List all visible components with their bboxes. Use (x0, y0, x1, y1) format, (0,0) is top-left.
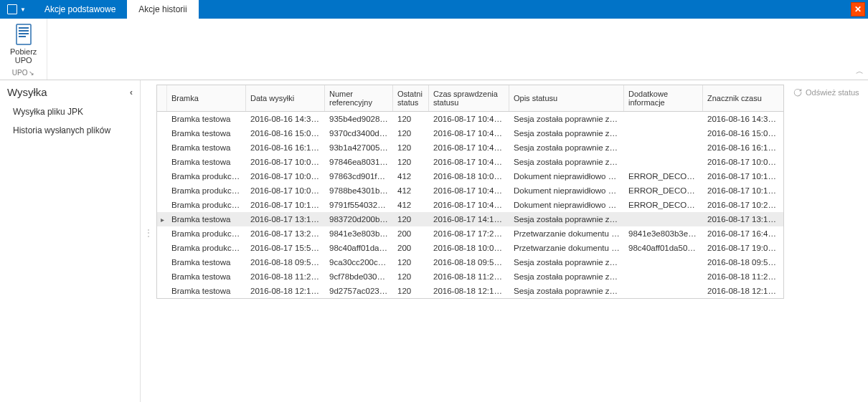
cell-dod: ERROR_DECOMPR... (624, 201, 703, 209)
ribbon-tab-bar: ▼ Akcje podstawowe Akcje historii ✕ (0, 0, 868, 19)
cell-status: 120 (393, 158, 429, 166)
cell-numer: 97846ea80318... (325, 158, 393, 166)
cell-czasspr: 2016-08-17 10:47:00 (429, 129, 509, 138)
cell-bramka: Bramka testowa (167, 143, 246, 152)
cell-dod: 98c40aff01da508... (624, 244, 703, 252)
table-row[interactable]: Bramka testowa2016-08-18 12:16:309d2757a… (157, 284, 783, 298)
drag-handle-icon: ⋮ (144, 228, 153, 238)
quick-access-menu[interactable]: ▼ (0, 0, 33, 19)
cell-zn: 2016-08-18 12:16:58 (703, 287, 783, 295)
cell-opis: Dokument nieprawidłowo zasz... (509, 186, 624, 195)
cell-zn: 2016-08-18 11:24:46 (703, 272, 783, 281)
table-row[interactable]: Bramka produkcyjna2016-08-17 15:50:0498c… (157, 241, 783, 255)
cell-status: 120 (393, 115, 429, 123)
download-upo-label: Pobierz UPO (10, 47, 37, 64)
cell-opis: Sesja została poprawnie zako... (509, 115, 624, 123)
cell-opis: Dokument nieprawidłowo zasz... (509, 172, 624, 181)
cell-zn: 2016-08-17 10:22:05 (703, 201, 783, 209)
table-row[interactable]: Bramka testowa2016-08-16 16:11:5593b1a42… (157, 140, 783, 155)
table-row[interactable]: Bramka testowa2016-08-16 15:01:129370cd3… (157, 126, 783, 140)
ribbon-tab-history-actions[interactable]: Akcje historii (127, 0, 198, 19)
cell-status: 120 (393, 287, 429, 295)
table-row[interactable]: Bramka testowa2016-08-18 09:52:319ca30cc… (157, 255, 783, 269)
chevron-left-icon: ‹ (130, 87, 133, 97)
cell-status: 412 (393, 201, 429, 209)
dialog-launcher-icon[interactable]: ↘ (29, 70, 34, 77)
column-header-data-wysylki[interactable]: Data wysyłki (246, 85, 325, 111)
row-indicator: ▸ (157, 216, 167, 224)
cell-opis: Sesja została poprawnie zako... (509, 258, 624, 267)
cell-numer: 9370cd3400da9... (325, 129, 393, 138)
grid-gutter-handle[interactable]: ⋮ (145, 85, 152, 238)
cell-zn: 2016-08-17 19:04:26 (703, 244, 783, 252)
column-header-bramka[interactable]: Bramka (167, 85, 246, 111)
content-area: ⋮ Bramka Data wysyłki Numer referencyjny… (141, 80, 868, 402)
refresh-status-button[interactable]: Odśwież status (788, 85, 864, 100)
cell-czasspr: 2016-08-18 10:01:47 (429, 244, 509, 252)
refresh-status-label: Odśwież status (806, 88, 859, 97)
cell-numer: 9788be4301b2... (325, 186, 393, 195)
cell-zn: 2016-08-17 16:49:27 (703, 229, 783, 238)
table-row[interactable]: Bramka produkcyjna2016-08-17 10:03:01978… (157, 169, 783, 183)
cell-data: 2016-08-16 16:11:55 (246, 143, 325, 152)
cell-data: 2016-08-17 10:05:41 (246, 186, 325, 195)
cell-data: 2016-08-16 14:37:38 (246, 115, 325, 123)
sidebar-title: Wysyłka (7, 86, 47, 98)
chevron-down-icon: ▼ (20, 6, 26, 13)
cell-czasspr: 2016-08-18 10:00:51 (429, 172, 509, 181)
sidebar-collapse-button[interactable]: ‹ (130, 87, 133, 97)
table-row[interactable]: Bramka testowa2016-08-18 11:23:569cf78bd… (157, 269, 783, 284)
chevron-up-icon: ︿ (856, 67, 864, 75)
cell-bramka: Bramka testowa (167, 258, 246, 267)
cell-zn: 2016-08-17 10:11:45 (703, 172, 783, 181)
column-header-opis-statusu[interactable]: Opis statusu (509, 85, 624, 111)
close-button[interactable]: ✕ (851, 2, 865, 16)
column-header-numer-ref[interactable]: Numer referencyjny (325, 85, 393, 111)
table-row[interactable]: Bramka produkcyjna2016-08-17 10:05:41978… (157, 183, 783, 198)
sidebar-item-history[interactable]: Historia wysłanych plików (0, 121, 140, 140)
table-row[interactable]: Bramka produkcyjna2016-08-17 10:15:45979… (157, 198, 783, 212)
cell-numer: 93b1a4270050... (325, 143, 393, 152)
refresh-icon (793, 87, 803, 97)
svg-rect-3 (19, 33, 29, 34)
cell-zn: 2016-08-17 10:11:45 (703, 186, 783, 195)
cell-zn: 2016-08-16 15:01:01 (703, 129, 783, 138)
download-upo-button[interactable]: Pobierz UPO (7, 21, 39, 66)
cell-numer: 9d2757ac023a2... (325, 287, 393, 295)
column-header-czas-sprawdzenia[interactable]: Czas sprawdzenia statusu (429, 85, 509, 111)
cell-numer: 983720d200bff... (325, 215, 393, 224)
column-header-dodatkowe[interactable]: Dodatkowe informacje (624, 85, 703, 111)
cell-status: 120 (393, 129, 429, 138)
svg-rect-1 (19, 27, 29, 29)
cell-bramka: Bramka testowa (167, 215, 246, 224)
cell-data: 2016-08-18 12:16:30 (246, 287, 325, 295)
column-header-znacznik[interactable]: Znacznik czasu (703, 85, 783, 111)
cell-czasspr: 2016-08-18 09:52:28 (429, 258, 509, 267)
cell-data: 2016-08-17 15:50:04 (246, 244, 325, 252)
ribbon-collapse-button[interactable]: ︿ (856, 66, 864, 77)
cell-status: 120 (393, 272, 429, 281)
cell-status: 412 (393, 186, 429, 195)
cell-bramka: Bramka testowa (167, 158, 246, 166)
ribbon-tab-basic-actions[interactable]: Akcje podstawowe (33, 0, 127, 19)
table-row[interactable]: ▸Bramka testowa2016-08-17 13:16:11983720… (157, 212, 783, 226)
cell-czasspr: 2016-08-18 12:16:58 (429, 287, 509, 295)
row-indicator-header (157, 85, 167, 111)
grid-header-row: Bramka Data wysyłki Numer referencyjny O… (157, 85, 783, 112)
cell-bramka: Bramka produkcyjna (167, 186, 246, 195)
cell-status: 120 (393, 143, 429, 152)
cell-opis: Dokument nieprawidłowo zasz... (509, 201, 624, 209)
sidebar-item-send-jpk[interactable]: Wysyłka pliku JPK (0, 102, 140, 121)
cell-numer: 9ca30cc200cd6... (325, 258, 393, 267)
app-menu-icon (7, 4, 17, 14)
column-header-ostatni-status[interactable]: Ostatni status (393, 85, 429, 111)
table-row[interactable]: Bramka testowa2016-08-17 10:01:0197846ea… (157, 155, 783, 169)
cell-data: 2016-08-17 10:03:01 (246, 172, 325, 181)
cell-numer: 935b4ed90286... (325, 115, 393, 123)
table-row[interactable]: Bramka testowa2016-08-16 14:37:38935b4ed… (157, 112, 783, 126)
cell-data: 2016-08-18 11:23:56 (246, 272, 325, 281)
table-row[interactable]: Bramka produkcyjna2016-08-17 13:27:55984… (157, 226, 783, 241)
cell-zn: 2016-08-16 16:11:50 (703, 143, 783, 152)
cell-data: 2016-08-17 13:16:11 (246, 215, 325, 224)
cell-czasspr: 2016-08-18 11:24:45 (429, 272, 509, 281)
